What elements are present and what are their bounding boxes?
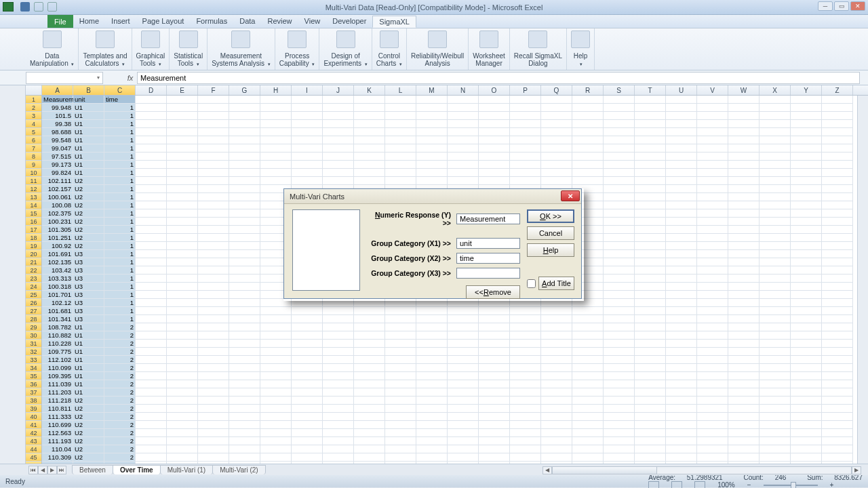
cell[interactable] [760, 193, 791, 201]
cell[interactable] [635, 348, 666, 356]
cell[interactable] [822, 340, 853, 348]
cell[interactable] [167, 413, 198, 421]
cell[interactable] [728, 299, 760, 307]
cell[interactable] [541, 348, 572, 356]
cell[interactable] [136, 421, 167, 429]
cell[interactable] [136, 413, 167, 421]
cell[interactable] [292, 340, 323, 348]
cell[interactable] [354, 388, 385, 396]
cell[interactable]: U2 [73, 234, 104, 242]
cell[interactable] [354, 429, 385, 437]
cell[interactable] [479, 437, 510, 445]
cell[interactable]: 1 [104, 250, 136, 258]
cell[interactable] [167, 396, 198, 405]
cell[interactable] [666, 274, 697, 283]
cell[interactable] [260, 421, 292, 429]
row-header[interactable]: 20 [26, 250, 42, 258]
cell[interactable] [604, 120, 635, 128]
cell[interactable] [292, 405, 323, 413]
cell[interactable] [229, 274, 260, 283]
cell[interactable] [260, 429, 292, 437]
hscroll-right-icon[interactable]: ▶ [852, 466, 861, 474]
cell[interactable] [541, 128, 572, 136]
cell[interactable] [635, 437, 666, 445]
cell[interactable] [760, 161, 791, 169]
cell[interactable] [260, 307, 292, 315]
cell[interactable] [385, 429, 416, 437]
cell[interactable] [136, 266, 167, 274]
cell[interactable] [198, 380, 229, 388]
cell[interactable] [167, 112, 198, 120]
cell[interactable] [479, 372, 510, 380]
cell[interactable] [604, 299, 635, 307]
cell[interactable] [510, 152, 541, 161]
undo-icon[interactable] [34, 2, 43, 12]
row-header[interactable]: 14 [26, 201, 42, 209]
col-header-Y[interactable]: Y [791, 85, 822, 95]
cell[interactable] [791, 396, 822, 405]
name-box[interactable] [26, 72, 103, 84]
cell[interactable] [697, 388, 728, 396]
cell[interactable] [728, 266, 760, 274]
cell[interactable] [604, 388, 635, 396]
cell[interactable]: 101.5 [42, 112, 73, 120]
cell[interactable] [635, 405, 666, 413]
view-normal-icon[interactable] [648, 481, 659, 489]
cell[interactable] [479, 405, 510, 413]
cell[interactable] [167, 177, 198, 185]
cell[interactable] [697, 372, 728, 380]
cell[interactable] [510, 177, 541, 185]
cell[interactable] [822, 258, 853, 266]
cell[interactable]: 2 [104, 323, 136, 331]
cell[interactable] [666, 169, 697, 177]
cell[interactable] [448, 340, 479, 348]
cell[interactable] [697, 96, 728, 104]
cell[interactable] [760, 388, 791, 396]
cell[interactable] [292, 177, 323, 185]
cell[interactable] [822, 185, 853, 193]
cell[interactable] [354, 453, 385, 462]
cell[interactable] [292, 120, 323, 128]
cell[interactable]: 101.251 [42, 234, 73, 242]
cell[interactable] [604, 348, 635, 356]
row-header[interactable]: 15 [26, 209, 42, 218]
col-header-V[interactable]: V [697, 85, 728, 95]
cell[interactable] [292, 112, 323, 120]
cell[interactable] [260, 331, 292, 340]
cell[interactable] [416, 348, 448, 356]
cell[interactable] [510, 445, 541, 453]
cell[interactable]: U3 [73, 266, 104, 274]
cell[interactable] [604, 104, 635, 112]
cell[interactable] [198, 226, 229, 234]
cell[interactable] [510, 340, 541, 348]
tab-sigmaxl[interactable]: SigmaXL [372, 16, 416, 28]
cell[interactable]: U2 [73, 209, 104, 218]
horizontal-scrollbar[interactable]: ◀ ▶ [542, 466, 861, 474]
cell[interactable] [822, 307, 853, 315]
cell[interactable] [167, 96, 198, 104]
cell[interactable] [760, 201, 791, 209]
cell[interactable] [198, 421, 229, 429]
vertical-scrollbar[interactable] [857, 96, 868, 464]
cell[interactable] [541, 421, 572, 429]
cell[interactable] [822, 266, 853, 274]
cell[interactable] [697, 258, 728, 266]
cell[interactable]: 99.948 [42, 104, 73, 112]
cell[interactable] [510, 453, 541, 462]
cell[interactable]: U3 [73, 250, 104, 258]
ribbon-graphical[interactable]: GraphicalTools ▾ [132, 28, 170, 70]
cell[interactable] [229, 96, 260, 104]
cell[interactable] [697, 315, 728, 323]
cell[interactable] [697, 453, 728, 462]
cell[interactable] [604, 340, 635, 348]
cell[interactable] [604, 128, 635, 136]
cell[interactable] [448, 405, 479, 413]
cell[interactable]: unit [73, 96, 104, 104]
cell[interactable] [822, 421, 853, 429]
cell[interactable] [635, 169, 666, 177]
row-header[interactable]: 40 [26, 413, 42, 421]
cell[interactable] [479, 445, 510, 453]
cell[interactable] [479, 96, 510, 104]
cell[interactable]: 101.305 [42, 226, 73, 234]
cell[interactable] [416, 445, 448, 453]
